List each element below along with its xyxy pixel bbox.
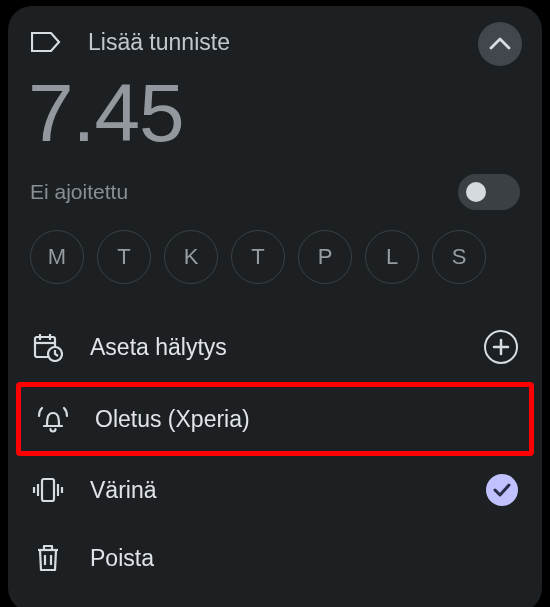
collapse-button[interactable]: [478, 22, 522, 66]
chevron-up-icon: [489, 37, 511, 51]
schedule-alarm-label: Aseta hälytys: [90, 334, 227, 361]
ringtone-label: Oletus (Xperia): [95, 406, 250, 433]
svg-rect-8: [42, 479, 54, 501]
schedule-row: Ei ajoitettu: [30, 174, 520, 210]
day-mon[interactable]: M: [30, 230, 84, 284]
alarm-card: Lisää tunniste 7.45 Ei ajoitettu M T K T…: [8, 6, 542, 607]
day-wed[interactable]: K: [164, 230, 218, 284]
add-schedule-button[interactable]: [484, 330, 518, 364]
trash-icon: [32, 542, 64, 574]
day-tue[interactable]: T: [97, 230, 151, 284]
label-icon: [30, 26, 62, 58]
delete-row[interactable]: Poista: [30, 524, 520, 592]
alarm-toggle[interactable]: [458, 174, 520, 210]
day-sun[interactable]: S: [432, 230, 486, 284]
alarm-time[interactable]: 7.45: [28, 66, 520, 160]
ringtone-row[interactable]: Oletus (Xperia): [16, 382, 534, 456]
label-placeholder: Lisää tunniste: [88, 29, 230, 56]
vibrate-row[interactable]: Värinä: [30, 456, 520, 524]
calendar-clock-icon: [32, 331, 64, 363]
toggle-knob: [466, 182, 486, 202]
day-fri[interactable]: P: [298, 230, 352, 284]
schedule-status: Ei ajoitettu: [30, 180, 128, 204]
vibrate-check: [486, 474, 518, 506]
plus-circle-icon: [484, 330, 518, 364]
days-row: M T K T P L S: [30, 230, 520, 284]
vibrate-icon: [32, 474, 64, 506]
schedule-alarm-row[interactable]: Aseta hälytys: [30, 312, 520, 382]
day-thu[interactable]: T: [231, 230, 285, 284]
day-sat[interactable]: L: [365, 230, 419, 284]
vibrate-label: Värinä: [90, 477, 156, 504]
delete-label: Poista: [90, 545, 154, 572]
bell-ring-icon: [37, 403, 69, 435]
check-icon: [486, 474, 518, 506]
label-row[interactable]: Lisää tunniste: [30, 26, 520, 58]
